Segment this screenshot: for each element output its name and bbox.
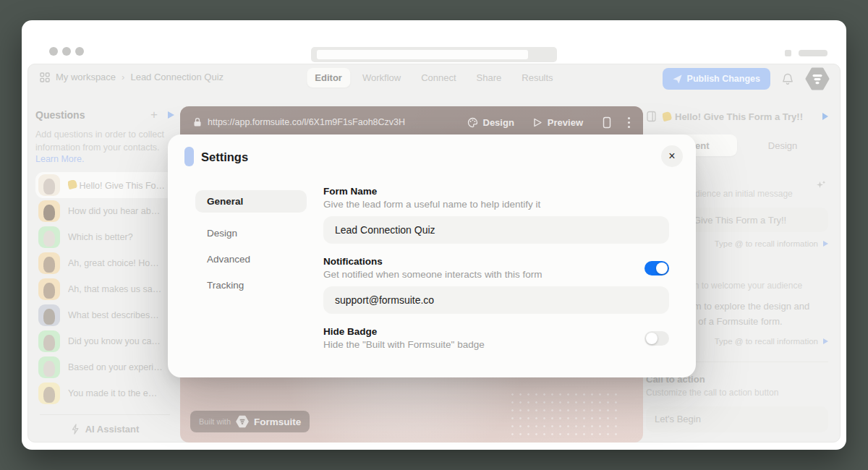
play-step-button[interactable]: [822, 113, 828, 120]
cta-section: Call to action Customize the call to act…: [646, 374, 828, 432]
ai-assistant-label: AI Assistant: [85, 424, 140, 435]
paper-plane-icon: [673, 74, 682, 84]
preview-button[interactable]: Preview: [533, 117, 583, 128]
question-thumbnail: [38, 200, 60, 222]
more-options-kebab-icon[interactable]: [628, 117, 630, 128]
breadcrumb-page[interactable]: Lead Connection Quiz: [130, 72, 224, 82]
settings-tab-advanced[interactable]: Advanced: [195, 254, 307, 265]
settings-modal-icon: [184, 147, 194, 166]
dot-pattern-decoration: [509, 390, 617, 438]
question-thumbnail: [38, 383, 60, 404]
recall-play-icon: [823, 338, 828, 344]
question-thumbnail: [38, 174, 60, 196]
dog-photo-placeholder: [43, 231, 55, 247]
extension-icon[interactable]: [785, 50, 791, 56]
browser-toolbar-controls[interactable]: [785, 50, 827, 56]
learn-more-link[interactable]: Learn More.: [35, 154, 174, 164]
question-thumbnail: [38, 356, 60, 378]
questions-list: Hello! Give This Fo… How did you hear ab…: [35, 172, 174, 406]
question-item[interactable]: How did you hear ab…: [35, 198, 174, 224]
palette-icon: [467, 117, 478, 128]
question-item[interactable]: Which is better?: [35, 224, 174, 250]
question-item[interactable]: Did you know you ca…: [35, 328, 174, 354]
question-label: Based on your experi…: [68, 362, 163, 372]
built-with-label: Built with: [199, 417, 231, 426]
settings-content: Form Name Give the lead form a useful na…: [323, 186, 669, 350]
publish-changes-label: Publish Changes: [687, 74, 760, 84]
question-thumbnail: [38, 278, 60, 300]
built-with-badge[interactable]: Built with Formsuite: [190, 411, 310, 432]
publish-changes-button[interactable]: Publish Changes: [663, 68, 770, 90]
tab-workflow[interactable]: Workflow: [354, 68, 409, 87]
question-label: Ah, great choice! Ho…: [68, 258, 159, 268]
design-button[interactable]: Design: [467, 117, 514, 128]
play-questions-button[interactable]: [168, 111, 174, 119]
settings-tab-tracking[interactable]: Tracking: [195, 280, 307, 291]
tab-connect[interactable]: Connect: [413, 68, 464, 87]
notifications-bell-icon[interactable]: [781, 72, 794, 86]
question-label: How did you hear ab…: [68, 206, 160, 216]
tab-share[interactable]: Share: [469, 68, 510, 87]
dog-photo-placeholder: [43, 205, 55, 221]
close-icon[interactable]: ×: [661, 145, 683, 167]
dog-photo-placeholder: [43, 309, 55, 325]
toggle-knob: [656, 262, 668, 274]
window-dot-2[interactable]: [62, 47, 71, 56]
dog-photo-placeholder: [43, 257, 55, 273]
tab-results[interactable]: Results: [514, 68, 561, 87]
dog-photo-placeholder: [43, 179, 55, 195]
ai-assistant-button[interactable]: AI Assistant: [35, 424, 174, 435]
form-name-label: Form Name: [323, 186, 669, 197]
form-name-hint: Give the lead form a useful name to help…: [323, 199, 669, 210]
question-label: Did you know you ca…: [68, 336, 161, 346]
notifications-toggle[interactable]: [644, 261, 669, 275]
mobile-view-icon[interactable]: [602, 116, 612, 129]
form-url[interactable]: https://app.formsuite.co/l/6X1m9F1sFaoh8…: [208, 117, 405, 127]
avatar-hexagon-logo[interactable]: [805, 67, 830, 91]
question-label: Ah, that makes us sa…: [68, 284, 161, 294]
hide-badge-label: Hide Badge: [323, 326, 644, 337]
wave-emoji: [68, 180, 77, 189]
notification-email-input[interactable]: support@formsuite.co: [323, 286, 669, 314]
question-item[interactable]: Hello! Give This Fo…: [35, 172, 174, 198]
question-thumbnail: [38, 226, 60, 248]
window-dot-3[interactable]: [75, 47, 84, 56]
dog-photo-placeholder: [43, 387, 55, 403]
app-header: My workspace › Lead Connection Quiz Edit…: [28, 64, 840, 93]
cta-hint: Customize the call to action button: [646, 388, 828, 398]
browser-address-bar[interactable]: [311, 47, 557, 62]
settings-tab-general[interactable]: General: [195, 190, 307, 213]
lightning-bolt-icon: [71, 424, 80, 435]
breadcrumb-workspace[interactable]: My workspace: [56, 72, 116, 82]
formsuite-hexagon-icon: [236, 415, 249, 428]
preview-label: Preview: [548, 117, 583, 128]
divider: [40, 414, 170, 415]
tab-design[interactable]: Design: [737, 134, 828, 156]
add-question-button[interactable]: +: [150, 108, 158, 122]
tab-editor[interactable]: Editor: [307, 68, 350, 87]
window-dot-1[interactable]: [49, 47, 58, 56]
main-nav-tabs: Editor Workflow Connect Share Results: [307, 68, 561, 87]
question-item[interactable]: You made it to the e…: [35, 380, 174, 406]
address-bar-placeholder: [317, 50, 528, 59]
notifications-label: Notifications: [323, 256, 644, 267]
question-label: Hello! Give This Fo…: [68, 180, 165, 191]
inspector-header-title: Hello! Give This Form a Try!!: [663, 111, 817, 122]
question-item[interactable]: What best describes…: [35, 302, 174, 328]
question-item[interactable]: Ah, that makes us sa…: [35, 276, 174, 302]
notifications-hint: Get notified when someone interacts with…: [323, 269, 644, 280]
ai-sparkle-icon[interactable]: [815, 179, 827, 191]
cta-input[interactable]: Let's Begin: [646, 406, 828, 432]
questions-title: Questions: [35, 109, 150, 121]
question-item[interactable]: Ah, great choice! Ho…: [35, 250, 174, 276]
form-name-input[interactable]: Lead Connection Quiz: [323, 216, 669, 244]
question-item[interactable]: Based on your experi…: [35, 354, 174, 380]
settings-tab-design[interactable]: Design: [195, 228, 307, 239]
hide-badge-toggle[interactable]: [644, 331, 669, 346]
panel-icon: [646, 111, 657, 122]
profile-pill[interactable]: [799, 50, 827, 56]
questions-description: Add questions in order to collect inform…: [35, 129, 166, 154]
window-controls[interactable]: [49, 47, 84, 56]
breadcrumb-separator: ›: [122, 72, 124, 82]
settings-tabs: General Design Advanced Tracking: [195, 190, 307, 291]
